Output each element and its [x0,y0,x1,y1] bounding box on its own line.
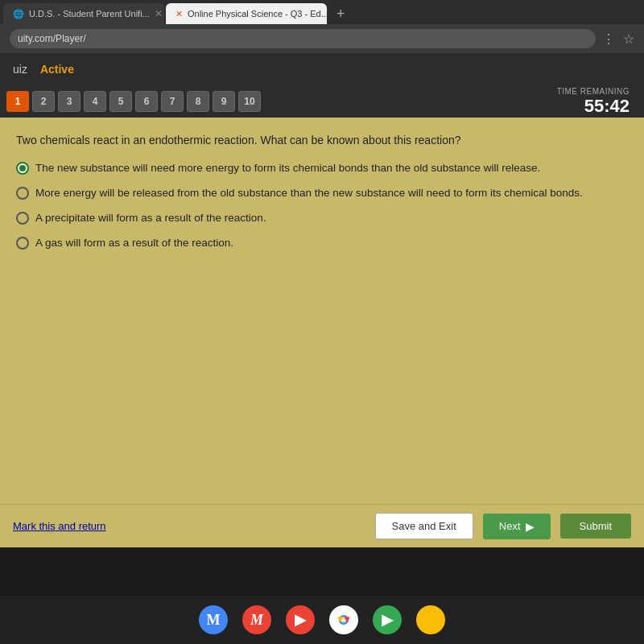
timer-value: 55:42 [557,96,630,117]
question-nav-btn-5[interactable]: 5 [109,91,132,112]
question-nav-btn-2[interactable]: 2 [32,91,55,112]
main-content: Two chemicals react in an endothermic re… [0,118,644,504]
answer-option-c[interactable]: A precipitate will form as a result of t… [16,211,628,226]
next-label: Next [499,520,521,532]
radio-b[interactable] [16,187,29,200]
taskbar: M M ▶ ▶ [0,596,644,644]
gmail2-icon[interactable]: M [242,605,271,634]
q-num-2: 2 [41,96,47,107]
answer-text-c: A precipitate will form as a result of t… [35,211,266,226]
answer-text-a: The new substance will need more energy … [35,161,540,176]
question-nav-btn-8[interactable]: 8 [187,91,209,112]
save-exit-button[interactable]: Save and Exit [375,513,473,539]
q-num-3: 3 [67,96,72,107]
mark-return-link[interactable]: Mark this and return [13,520,106,532]
q-num-10: 10 [244,96,254,107]
gmail-icon[interactable]: M [199,605,228,634]
bookmark-icon[interactable]: ☆ [623,31,634,47]
timer-area: TIME REMAINING 55:42 [557,87,638,117]
quiz-label: uiz [13,63,27,76]
chrome-svg [335,611,353,629]
question-nav-btn-3[interactable]: 3 [58,91,80,112]
answer-option-a[interactable]: The new substance will need more energy … [16,161,628,176]
question-text: Two chemicals react in an endothermic re… [16,134,628,147]
answer-option-d[interactable]: A gas will form as a result of the react… [16,236,628,251]
gmail-label: M [207,612,221,629]
next-arrow-icon: ▶ [526,520,535,533]
q-num-9: 9 [221,96,227,107]
question-nav: 1 2 3 4 5 6 7 8 9 10 TIME REMAINING 55:4… [0,85,644,118]
radio-d[interactable] [16,237,29,250]
submit-button[interactable]: Submit [560,514,631,539]
tab-1-close[interactable]: ✕ [155,8,163,19]
tab-1-favicon: 🌐 [13,9,24,19]
tab-2-favicon: ✕ [175,9,183,19]
question-nav-btn-10[interactable]: 10 [238,91,261,112]
footer-bar: Mark this and return Save and Exit Next … [0,504,644,547]
q-num-7: 7 [170,96,175,107]
answer-text-b: More energy will be released from the ol… [35,186,583,201]
question-nav-btn-7[interactable]: 7 [161,91,184,112]
tab-2[interactable]: ✕ Online Physical Science - Q3 - Ed... ✕ [166,3,327,24]
question-nav-btn-9[interactable]: 9 [213,91,235,112]
active-badge: Active [40,63,74,76]
q-num-6: 6 [144,96,150,107]
q-num-5: 5 [118,96,124,107]
browser-tabs: 🌐 U.D.S. - Student Parent Unifi... ✕ ✕ O… [0,0,644,24]
youtube-icon[interactable]: ▶ [286,605,315,634]
drive-svg [422,611,440,629]
tab-1-label: U.D.S. - Student Parent Unifi... [29,9,150,19]
address-bar-container: uity.com/Player/ ⋮ ☆ [0,24,644,53]
question-nav-btn-4[interactable]: 4 [84,91,106,112]
tab-1[interactable]: 🌐 U.D.S. - Student Parent Unifi... ✕ [3,3,164,24]
q-num-8: 8 [196,96,201,107]
next-button[interactable]: Next ▶ [483,514,551,539]
answer-option-b[interactable]: More energy will be released from the ol… [16,186,628,201]
drive-icon[interactable] [416,605,445,634]
address-icons: ⋮ ☆ [602,31,634,47]
tab-2-label: Online Physical Science - Q3 - Ed... [188,9,327,19]
gmail2-label: M [250,612,263,629]
question-nav-btn-6[interactable]: 6 [135,91,158,112]
play-icon[interactable]: ▶ [373,605,402,634]
q-num-1: 1 [15,96,21,107]
address-text: uity.com/Player/ [18,33,85,44]
question-nav-btn-1[interactable]: 1 [6,91,29,112]
q-num-4: 4 [93,96,98,107]
address-bar[interactable]: uity.com/Player/ [10,29,596,48]
radio-c[interactable] [16,212,29,225]
new-tab-button[interactable]: + [328,3,353,24]
play-label: ▶ [382,611,393,629]
youtube-label: ▶ [295,611,306,629]
svg-marker-2 [422,613,440,627]
chrome-icon[interactable] [329,605,358,634]
radio-a[interactable] [16,162,29,175]
app-header: uiz Active [0,53,644,85]
answer-text-d: A gas will form as a result of the react… [35,236,233,251]
timer-label: TIME REMAINING [557,87,630,96]
share-icon[interactable]: ⋮ [602,31,615,47]
